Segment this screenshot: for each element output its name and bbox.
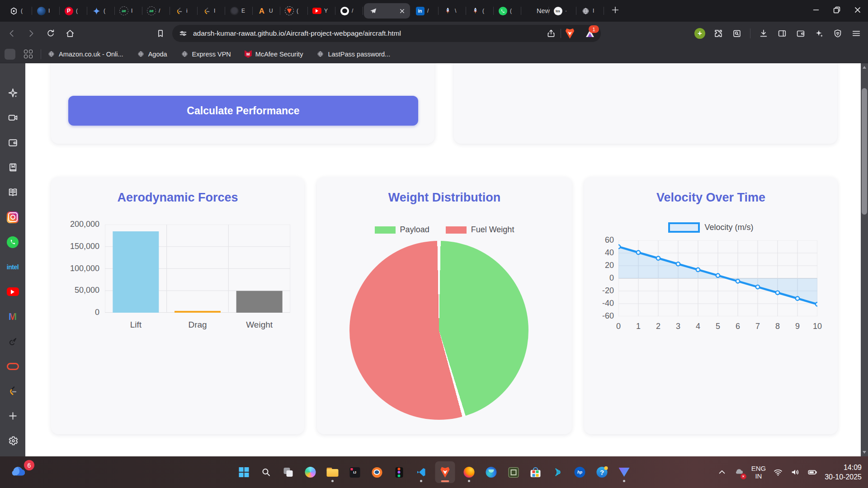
sidebar-item-doodle[interactable] <box>7 335 19 347</box>
scrollbar-thumb[interactable] <box>862 88 867 215</box>
menu-icon[interactable] <box>851 28 862 39</box>
taskbar-hp[interactable]: hp <box>572 461 588 483</box>
search-tabs-icon[interactable] <box>731 28 742 39</box>
tab-github[interactable]: / <box>335 0 363 22</box>
battery-icon[interactable] <box>807 467 817 477</box>
taskbar-task-view[interactable] <box>280 461 297 483</box>
leo-ai-icon[interactable] <box>814 28 825 39</box>
sidebar-item-wallet[interactable] <box>7 136 19 149</box>
sidebar-item-instagram[interactable] <box>7 211 19 223</box>
reload-button[interactable] <box>45 28 56 39</box>
taskbar-start[interactable] <box>236 461 252 483</box>
tab-brave-page[interactable]: ( <box>280 0 308 22</box>
forward-button[interactable] <box>26 28 37 39</box>
downloads-icon[interactable] <box>758 28 769 39</box>
address-bar[interactable]: adarsh-kumar-rawat.github.io/Aircraft-pr… <box>172 25 601 42</box>
scroll-down-arrow[interactable] <box>863 451 866 454</box>
back-button[interactable] <box>6 28 17 39</box>
page-scrollbar[interactable] <box>861 63 868 456</box>
new-tab-button[interactable] <box>610 5 620 17</box>
onedrive-tray-icon[interactable]: ✕ <box>734 466 744 478</box>
close-tab-button[interactable] <box>399 8 406 14</box>
close-button[interactable] <box>847 0 868 22</box>
sidebar-item-oracle[interactable] <box>7 360 19 372</box>
taskbar-listen[interactable] <box>550 461 566 483</box>
tab-aero-chat-2[interactable]: ae/ <box>142 0 170 22</box>
url-text[interactable]: adarsh-kumar-rawat.github.io/Aircraft-pr… <box>193 29 546 38</box>
calculate-performance-button[interactable]: Calculate Performance <box>68 96 418 126</box>
taskbar-firefox[interactable] <box>461 461 477 483</box>
tab-gemini[interactable]: ( <box>87 0 115 22</box>
tab-whatsapp[interactable]: ( <box>494 0 521 22</box>
volume-icon[interactable] <box>790 467 800 477</box>
tab-leetcode-1[interactable]: i <box>170 0 198 22</box>
taskbar-ms-store[interactable] <box>528 461 544 483</box>
tab-rocket-2[interactable]: ( <box>466 0 494 22</box>
tab-aircraft-active[interactable] <box>364 3 410 19</box>
taskbar-snip-grid[interactable] <box>505 461 522 483</box>
side-panel-icon[interactable] <box>777 28 788 39</box>
taskbar-blender[interactable] <box>369 461 385 483</box>
taskbar-intellij[interactable]: IJ <box>347 461 363 483</box>
sidebar-item-leetcode[interactable] <box>7 385 19 397</box>
apps-grid-icon[interactable] <box>23 49 33 60</box>
tab-dark-site[interactable]: E <box>225 0 253 22</box>
taskbar-copilot[interactable] <box>302 461 319 483</box>
restore-button[interactable] <box>826 0 847 22</box>
minimize-button[interactable] <box>806 0 826 22</box>
tab-orange-a[interactable]: AU <box>253 0 280 22</box>
bookmark-panel-button[interactable] <box>155 28 166 39</box>
sidebar-item-gmail[interactable]: M <box>7 310 19 323</box>
adblock-extension-icon[interactable]: + <box>694 28 705 39</box>
tab-chatgpt[interactable]: ( <box>5 0 32 22</box>
sidebar-item-settings[interactable] <box>7 435 19 447</box>
sidebar-item-reading-list[interactable] <box>7 186 19 198</box>
tab-rocket-1[interactable]: \ <box>439 0 466 22</box>
sidebar-item-intel[interactable]: intel <box>7 261 19 273</box>
language-switcher[interactable]: ENG IN <box>751 465 766 480</box>
tab-leetcode-2[interactable]: I <box>198 0 225 22</box>
taskbar-app-triangle[interactable] <box>616 461 632 483</box>
tray-overflow-chevron[interactable] <box>717 467 727 477</box>
home-button[interactable] <box>65 28 75 39</box>
taskbar-search[interactable] <box>258 461 274 483</box>
taskbar-vscode[interactable] <box>413 461 429 483</box>
taskbar-get-help[interactable]: ? <box>594 461 610 483</box>
bookmark-item[interactable]: LastPass password... <box>316 50 390 58</box>
clock[interactable]: 14:09 30-10-2025 <box>825 463 862 482</box>
sidebar-item-whatsapp[interactable] <box>7 236 19 248</box>
bookmark-item[interactable]: Agoda <box>137 50 167 58</box>
bookmark-item[interactable]: MMcAfee Security <box>245 50 303 58</box>
tab-tcs[interactable]: tcs· <box>549 0 576 22</box>
sidebar-item-video-call[interactable] <box>7 112 19 124</box>
wifi-icon[interactable] <box>773 467 783 477</box>
sidebar-item-add-item[interactable] <box>7 410 19 422</box>
bookmark-item[interactable]: Amazon.co.uk - Onli... <box>47 50 123 58</box>
sidebar-item-bookmarks-book[interactable] <box>7 161 19 174</box>
brave-rewards-icon[interactable]: 1 <box>585 28 595 39</box>
site-settings-icon[interactable] <box>178 28 189 39</box>
tab-youtube[interactable]: Y <box>308 0 335 22</box>
bookmark-item[interactable]: Express VPN <box>181 50 231 58</box>
taskbar-figma[interactable] <box>391 461 407 483</box>
sidebar-item-youtube[interactable] <box>7 286 19 298</box>
extensions-icon[interactable] <box>713 28 724 39</box>
scroll-up-arrow[interactable] <box>863 66 866 69</box>
pie-chart[interactable] <box>349 241 528 420</box>
brave-shields-icon[interactable] <box>565 28 575 39</box>
share-icon[interactable] <box>546 28 557 39</box>
widgets-button[interactable]: 6 <box>10 463 33 482</box>
tab-new[interactable]: New <box>521 0 549 22</box>
sidebar-item-leo-ai[interactable] <box>7 87 19 99</box>
tab-globe[interactable]: I <box>576 0 604 22</box>
tab-pinterest[interactable]: P( <box>60 0 87 22</box>
tab-aero-chat-1[interactable]: aeI <box>115 0 142 22</box>
wallet-icon[interactable] <box>795 28 806 39</box>
tab-linkedin[interactable]: in/ <box>411 0 439 22</box>
taskbar-file-explorer[interactable] <box>325 461 341 483</box>
pinned-tile[interactable] <box>5 49 15 60</box>
tab-university[interactable]: I <box>32 0 60 22</box>
vpn-shield-icon[interactable] <box>832 28 843 39</box>
taskbar-edge[interactable] <box>483 461 500 483</box>
taskbar-brave[interactable] <box>435 461 455 483</box>
